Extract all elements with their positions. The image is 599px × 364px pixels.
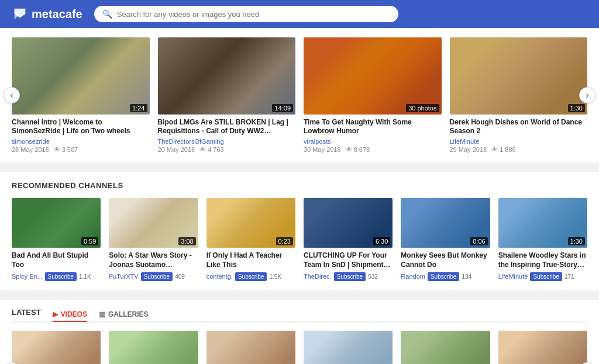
video-thumbnail: 0:06 bbox=[206, 331, 295, 364]
video-thumbnail: 6:30 bbox=[304, 198, 393, 248]
tab-galleries[interactable]: ▦ GALLERIES bbox=[99, 308, 149, 322]
video-card[interactable]: 6:30CLUTCHING UP For Your Team In SnD | … bbox=[304, 198, 393, 281]
video-title: Derek Hough Dishes on World of Dance Sea… bbox=[450, 118, 588, 136]
channel-row: contentg.Subscribe1.5K bbox=[206, 272, 295, 281]
top-videos-prev-arrow[interactable]: ‹ bbox=[4, 87, 20, 103]
video-title: CLUTCHING UP For Your Team In SnD | Ship… bbox=[304, 251, 393, 269]
video-meta: 20 May 2018👁 4 763 bbox=[158, 146, 296, 153]
video-card[interactable]: 1:42Kid Owning The Field With His Dance … bbox=[12, 331, 101, 364]
video-card[interactable]: 1:24Channel Intro | Welcome to SimonSezR… bbox=[12, 37, 150, 153]
logo-icon bbox=[12, 6, 28, 22]
video-thumbnail: 0:23 bbox=[206, 198, 295, 248]
video-title: Channel Intro | Welcome to SimonSezRide … bbox=[12, 118, 150, 136]
subscribe-button[interactable]: Subscribe bbox=[530, 272, 562, 281]
video-thumbnail: 0:12 bbox=[498, 331, 587, 364]
video-duration: 3:08 bbox=[178, 237, 195, 245]
video-title: Time To Get Naughty With Some Lowbrow Hu… bbox=[304, 118, 442, 136]
subscribe-button[interactable]: Subscribe bbox=[45, 272, 77, 281]
video-title: Bipod LMGs Are STILL BROKEN | Lag | Requ… bbox=[158, 118, 296, 136]
video-meta: 30 May 2018👁 8 678 bbox=[304, 146, 442, 153]
latest-title: LATEST bbox=[12, 308, 41, 317]
channel-row: LifeMinuteSubscribe171 bbox=[498, 272, 587, 281]
latest-grid: 1:42Kid Owning The Field With His Dance … bbox=[12, 331, 587, 364]
video-card[interactable]: 0:10When You Are High As Hell And Can't … bbox=[304, 331, 393, 364]
channel-name[interactable]: Random bbox=[401, 273, 425, 280]
subscribe-button[interactable]: Subscribe bbox=[334, 272, 366, 281]
recommended-title: RECOMMENDED CHANNELS bbox=[12, 181, 587, 190]
video-duration: 6:30 bbox=[373, 237, 390, 245]
video-thumbnail: 1:30 bbox=[450, 37, 588, 115]
video-title: If Only I Had A Teacher Like This bbox=[206, 251, 295, 269]
logo[interactable]: metacafe bbox=[12, 6, 82, 22]
video-date: 30 May 2018 bbox=[304, 146, 341, 153]
video-views: 👁 4 763 bbox=[199, 146, 224, 153]
subscriber-count: 532 bbox=[368, 273, 378, 280]
video-card[interactable]: 1:30Derek Hough Dishes on World of Dance… bbox=[450, 37, 588, 153]
channel-name[interactable]: contentg. bbox=[206, 273, 233, 280]
subscribe-button[interactable]: Subscribe bbox=[428, 272, 459, 281]
video-card[interactable]: 14:09Bipod LMGs Are STILL BROKEN | Lag |… bbox=[158, 37, 296, 153]
video-thumbnail: 0:17 bbox=[401, 331, 490, 364]
channel-name[interactable]: viralposts bbox=[304, 138, 442, 145]
tab-videos[interactable]: ▶ VIDEOS bbox=[53, 308, 87, 322]
video-thumbnail: 0:59 bbox=[12, 198, 101, 248]
channel-name[interactable]: simonsezride bbox=[12, 138, 150, 145]
latest-carousel: ‹ 1:42Kid Owning The Field With His Danc… bbox=[12, 331, 587, 364]
channel-row: RandomSubscribe134 bbox=[401, 272, 490, 281]
channel-name[interactable]: LifeMinute bbox=[498, 273, 528, 280]
video-date: 29 May 2018 bbox=[450, 146, 487, 153]
logo-text: metacafe bbox=[32, 8, 82, 21]
video-thumbnail: 0:10 bbox=[304, 331, 393, 364]
video-card[interactable]: 30 photosTime To Get Naughty With Some L… bbox=[304, 37, 442, 153]
channel-name[interactable]: Spicy En... bbox=[12, 273, 43, 280]
channel-name[interactable]: TheDirec. bbox=[304, 273, 332, 280]
channel-name[interactable]: TheDirectorsOfGaming bbox=[158, 138, 296, 145]
video-views: 👁 3 507 bbox=[54, 146, 78, 153]
subscribe-button[interactable]: Subscribe bbox=[235, 272, 267, 281]
video-title: Bad And All But Stupid Too bbox=[12, 251, 101, 269]
video-thumbnail: 14:09 bbox=[158, 37, 296, 115]
subscribe-button[interactable]: Subscribe bbox=[141, 272, 173, 281]
top-videos-section: ‹ 1:24Channel Intro | Welcome to SimonSe… bbox=[0, 28, 599, 162]
video-meta: 29 May 2018👁 1 886 bbox=[450, 146, 588, 153]
header: metacafe 🔍 bbox=[0, 0, 599, 28]
video-thumbnail: 1:24 bbox=[12, 37, 150, 115]
video-card[interactable]: 0:06Little Kid Dangerously Bumped Head O… bbox=[206, 331, 295, 364]
video-thumbnail: 30 photos bbox=[304, 37, 442, 115]
video-card[interactable]: 3:08Solo: A Star Wars Story - Joonas Suo… bbox=[109, 198, 198, 281]
video-card[interactable]: 0:12Dangerous Car Engine Burstcontentgur… bbox=[498, 331, 587, 364]
video-card[interactable]: 0:17A Tree With Legsengage time bbox=[401, 331, 490, 364]
video-tab-icon: ▶ bbox=[53, 310, 58, 318]
search-input[interactable] bbox=[117, 10, 390, 19]
channel-row: TheDirec.Subscribe532 bbox=[304, 272, 393, 281]
video-duration: 0:59 bbox=[81, 237, 98, 245]
video-views: 👁 1 886 bbox=[491, 146, 516, 153]
video-card[interactable]: 1:30Shailene Woodley Stars in the Inspir… bbox=[498, 198, 587, 281]
channel-name[interactable]: LifeMinute bbox=[450, 138, 588, 145]
video-card[interactable]: 0:23If Only I Had A Teacher Like Thiscon… bbox=[206, 198, 295, 281]
divider-2 bbox=[0, 295, 599, 300]
video-meta: 28 May 2018👁 3 507 bbox=[12, 146, 150, 153]
tab-videos-label: VIDEOS bbox=[61, 310, 87, 318]
video-thumbnail: 0:55 bbox=[109, 331, 198, 364]
channel-row: Spicy En...Subscribe1.1K bbox=[12, 272, 101, 281]
tab-galleries-label: GALLERIES bbox=[108, 310, 149, 318]
search-icon: 🔍 bbox=[102, 9, 112, 19]
channel-name[interactable]: FuTurXTV bbox=[109, 273, 138, 280]
video-title: Solo: A Star Wars Story - Joonas Suotamo… bbox=[109, 251, 198, 269]
video-duration: 0:23 bbox=[276, 237, 293, 245]
top-videos-next-arrow[interactable]: › bbox=[579, 87, 595, 103]
recommended-grid: 0:59Bad And All But Stupid TooSpicy En..… bbox=[12, 198, 587, 281]
subscriber-count: 1.5K bbox=[269, 273, 281, 280]
video-card[interactable]: 0:55Tire Blowout Of A Running Truckconte… bbox=[109, 331, 198, 364]
photo-count: 30 photos bbox=[406, 104, 439, 112]
video-card[interactable]: 0:06Monkey Sees But Monkey Cannot DoRand… bbox=[401, 198, 490, 281]
video-thumbnail: 1:30 bbox=[498, 198, 587, 248]
channel-row: FuTurXTVSubscribe409 bbox=[109, 272, 198, 281]
subscriber-count: 409 bbox=[175, 273, 185, 280]
video-card[interactable]: 0:59Bad And All But Stupid TooSpicy En..… bbox=[12, 198, 101, 281]
video-duration: 1:30 bbox=[568, 104, 585, 112]
divider-1 bbox=[0, 167, 599, 172]
video-title: Monkey Sees But Monkey Cannot Do bbox=[401, 251, 490, 269]
top-videos-carousel: ‹ 1:24Channel Intro | Welcome to SimonSe… bbox=[12, 37, 587, 153]
